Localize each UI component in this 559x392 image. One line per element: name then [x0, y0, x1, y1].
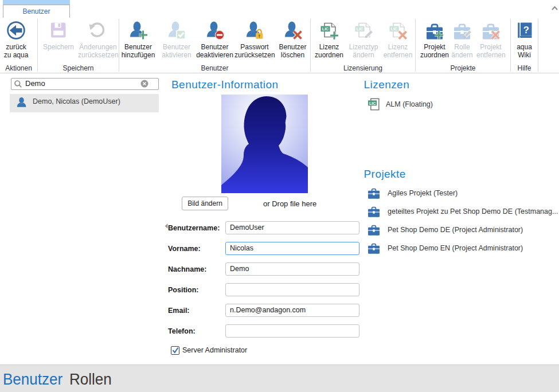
svg-text:LIC: LIC — [391, 27, 397, 31]
svg-text:LIC: LIC — [369, 101, 376, 105]
svg-text:LIC: LIC — [357, 27, 363, 31]
svg-text:LIC: LIC — [322, 27, 329, 31]
svg-text:?: ? — [523, 25, 529, 35]
